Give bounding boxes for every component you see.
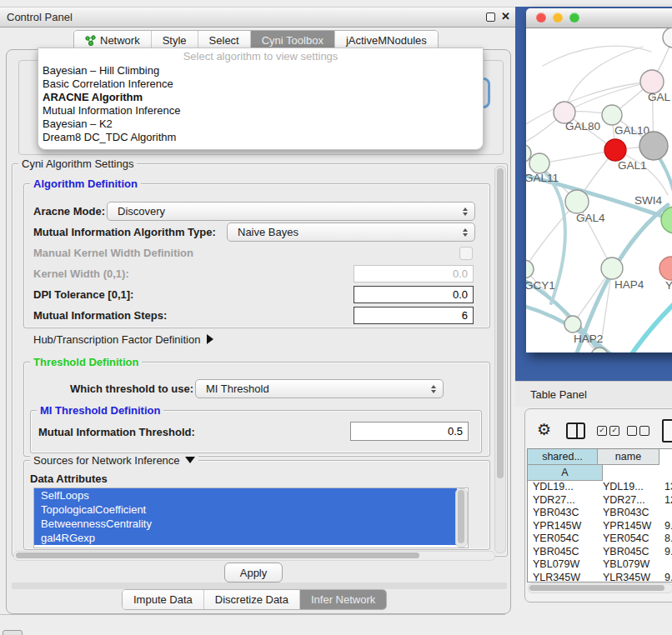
tab-infer-network[interactable]: Infer Network (300, 590, 386, 609)
hide-all-columns-icon[interactable] (627, 426, 649, 436)
data-attribute-item[interactable]: BetweennessCentrality (34, 517, 457, 531)
network-node-label: GAL11 (526, 172, 559, 184)
data-attribute-item[interactable]: SelfLoops (34, 488, 457, 502)
network-node-gal[interactable] (640, 70, 664, 93)
columns-icon[interactable] (566, 422, 585, 439)
table-cell: YBR043C (528, 507, 598, 520)
minimized-panel-chip[interactable] (3, 630, 23, 635)
close-window-button[interactable] (536, 12, 546, 22)
aracne-mode-combo[interactable]: Discovery (107, 202, 475, 221)
network-window-titlebar[interactable] (526, 8, 672, 28)
table-header-row: shared...nameA (528, 449, 672, 481)
mi-threshold-input[interactable]: 0.5 (350, 422, 469, 441)
data-attribute-item[interactable]: gal4RGexp (34, 531, 457, 545)
network-node-y[interactable] (659, 257, 672, 280)
tab-discretize-data[interactable]: Discretize Data (204, 590, 300, 609)
network-node-label: Y (665, 279, 672, 292)
table-row[interactable]: YDR27...YDR27...12 (528, 494, 672, 508)
table-row[interactable]: YER054CYER054C8. (528, 532, 672, 546)
table-row[interactable]: YBR043CYBR043C (528, 507, 672, 520)
zoom-window-button[interactable] (569, 12, 579, 22)
sources-title[interactable]: Sources for Network Inference (30, 454, 198, 467)
network-node-label: HAP4 (614, 278, 644, 291)
network-canvas[interactable]: GALGAL80GAL10GAL1GAL11GAL4SWI4GCY1HAP4YH… (526, 28, 672, 352)
network-node-gal10[interactable] (602, 105, 622, 125)
settings-vscrollbar[interactable] (494, 166, 506, 553)
settings-hscrollbar-thumb[interactable] (16, 552, 419, 558)
network-node-gal4[interactable] (565, 190, 589, 213)
node-table: shared...nameA YDL19...YDL19...13YDR27..… (527, 448, 672, 582)
settings-vscrollbar-thumb[interactable] (497, 168, 504, 478)
table-column-header[interactable]: shared... (528, 449, 598, 465)
dpi-tolerance-input[interactable]: 0.0 (354, 286, 474, 303)
network-node-hap4[interactable] (601, 258, 623, 279)
attributes-scrollbar[interactable] (455, 488, 468, 548)
network-node-gal1[interactable] (604, 139, 626, 161)
table-cell: YBR045C (528, 546, 598, 559)
tab-cyni-toolbox-label: Cyni Toolbox (262, 34, 323, 47)
network-edge[interactable] (539, 150, 615, 163)
table-cell: YBL079W (528, 558, 598, 572)
control-panel-titlebar: Control Panel ✕ (0, 7, 515, 28)
data-attributes-list: SelfLoopsTopologicalCoefficientBetweenne… (33, 488, 469, 548)
table-cell: YDL19... (598, 481, 659, 494)
table-row[interactable]: YBL079WYBL079W (528, 558, 672, 572)
algorithm-option[interactable]: Mutual Information Inference (38, 104, 483, 118)
algorithm-option[interactable]: Bayesian – K2 (38, 118, 483, 131)
mi-steps-input[interactable]: 6 (354, 307, 474, 324)
network-view-window: GALGAL80GAL10GAL1GAL11GAL4SWI4GCY1HAP4YH… (526, 8, 672, 352)
table-cell: 9. (659, 572, 672, 583)
tab-impute-data[interactable]: Impute Data (123, 590, 204, 609)
hub-expand-icon[interactable] (207, 334, 213, 344)
mi-steps-label: Mutual Information Steps: (33, 309, 167, 322)
algorithm-option[interactable]: Basic Correlation Inference (38, 78, 483, 91)
table-column-header[interactable]: A (528, 465, 603, 481)
table-row[interactable]: YDL19...YDL19...13 (528, 481, 672, 494)
table-cell: 13 (659, 481, 672, 494)
network-node-hap2[interactable] (564, 316, 581, 332)
close-panel-icon[interactable]: ✕ (501, 10, 510, 22)
which-threshold-value: MI Threshold (206, 382, 431, 395)
network-node-label: GAL (648, 91, 671, 103)
network-edge[interactable] (620, 297, 672, 352)
table-cell: YLR345W (528, 572, 598, 583)
manual-kernel-checkbox[interactable] (459, 247, 473, 260)
table-row[interactable]: YBR045CYBR045C9. (528, 546, 672, 559)
tab-network-label: Network (100, 34, 140, 47)
sources-collapse-icon[interactable] (185, 457, 195, 463)
attributes-scrollbar-thumb[interactable] (458, 490, 464, 543)
document-icon[interactable] (662, 419, 672, 442)
table-row[interactable]: YLR345WYLR345W9. (528, 572, 672, 583)
network-node-label: HAP2 (574, 332, 603, 345)
minimize-window-button[interactable] (553, 12, 563, 22)
combo-arrows-icon (463, 208, 468, 216)
algorithm-option[interactable]: Dream8 DC_TDC Algorithm (38, 131, 483, 144)
bottom-divider (0, 614, 505, 615)
combo-arrows-icon (463, 228, 468, 237)
kernel-width-input[interactable]: 0.0 (354, 265, 474, 282)
mi-type-combo[interactable]: Naive Bayes (227, 222, 475, 242)
hub-definition-label[interactable]: Hub/Transcription Factor Definition (33, 333, 213, 346)
table-row[interactable]: YPR145WYPR145W9. (528, 520, 672, 533)
table-column-header[interactable]: name (598, 449, 659, 465)
tab-select-label: Select (209, 34, 239, 47)
which-threshold-combo[interactable]: MI Threshold (195, 379, 444, 398)
table-hscrollbar-thumb[interactable] (529, 585, 664, 591)
algorithm-option[interactable]: ARACNE Algorithm (38, 91, 483, 104)
float-panel-icon[interactable] (486, 12, 495, 22)
network-node-gcy1[interactable] (526, 260, 534, 278)
network-edge[interactable] (526, 202, 577, 269)
network-edge[interactable] (564, 47, 643, 112)
network-node[interactable] (663, 28, 672, 48)
algorithm-option[interactable]: Bayesian – Hill Climbing (38, 64, 483, 78)
network-node[interactable] (639, 132, 668, 160)
network-node-gal11[interactable] (529, 153, 549, 173)
data-attribute-item[interactable]: TopologicalCoefficient (34, 502, 457, 517)
hub-definition-text: Hub/Transcription Factor Definition (33, 333, 200, 346)
show-all-columns-icon[interactable]: ✓✓ (597, 426, 619, 436)
table-cell: YDR27... (528, 494, 598, 508)
apply-button[interactable]: Apply (224, 562, 283, 582)
gear-icon[interactable]: ⚙ (537, 420, 551, 438)
settings-hscrollbar[interactable] (13, 551, 495, 561)
table-hscrollbar[interactable] (528, 583, 672, 593)
